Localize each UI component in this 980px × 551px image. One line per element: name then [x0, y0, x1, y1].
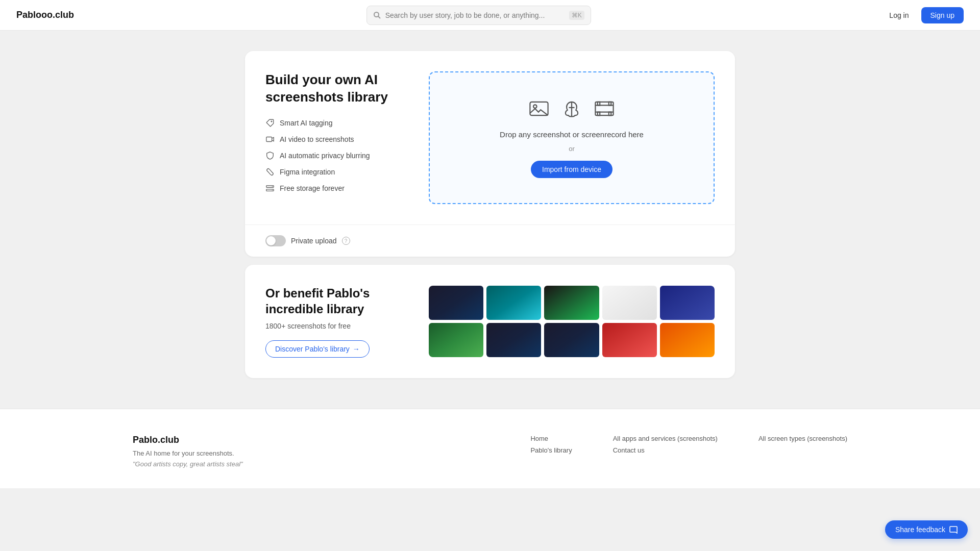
library-text: Or benefit Pablo's incredible library 18… — [265, 285, 408, 358]
link-icon — [265, 167, 275, 177]
footer-col-1: Home Pablo's library — [530, 435, 572, 458]
footer-links: Home Pablo's library All apps and servic… — [306, 435, 847, 458]
private-upload-label: Private upload — [291, 237, 337, 245]
screenshot-2 — [429, 323, 483, 357]
search-icon — [373, 11, 381, 19]
screenshot-8 — [602, 323, 657, 357]
import-from-device-button[interactable]: Import from device — [531, 161, 612, 178]
login-button[interactable]: Log in — [883, 8, 915, 22]
svg-rect-17 — [598, 112, 600, 116]
discover-arrow-icon: → — [353, 345, 360, 353]
drop-zone-icons — [528, 97, 616, 120]
feature-figma: Figma integration — [265, 167, 408, 177]
tag-icon — [265, 118, 275, 128]
search-shortcut: ⌘K — [569, 11, 584, 20]
screenshot-3 — [486, 286, 541, 320]
build-library-card: Build your own AI screenshots library Sm… — [245, 51, 735, 257]
feature-label: Free storage forever — [280, 184, 345, 192]
svg-rect-15 — [598, 102, 600, 106]
footer-link-all-screen-types[interactable]: All screen types (screenshots) — [758, 435, 847, 442]
drop-zone[interactable]: Drop any screenshot or screenrecord here… — [429, 71, 715, 204]
features-section: Build your own AI screenshots library Sm… — [265, 71, 408, 204]
private-upload-row: Private upload ? — [245, 224, 735, 257]
header: Pablooo.club ⌘K Log in Sign up — [0, 0, 980, 31]
footer-brand-name: Pablo.club — [133, 435, 276, 445]
footer-link-all-apps[interactable]: All apps and services (screenshots) — [613, 435, 718, 442]
feature-label: Smart AI tagging — [280, 119, 333, 127]
svg-point-2 — [271, 121, 272, 122]
svg-rect-16 — [609, 102, 611, 106]
storage-icon — [265, 184, 275, 193]
library-title: Or benefit Pablo's incredible library — [265, 285, 408, 317]
screenshot-6 — [544, 323, 599, 357]
search-bar[interactable]: ⌘K — [366, 6, 591, 25]
private-upload-toggle[interactable] — [265, 235, 286, 246]
screenshots-mosaic — [429, 286, 715, 357]
footer-col-2: All apps and services (screenshots) Cont… — [613, 435, 718, 458]
svg-point-7 — [272, 189, 273, 190]
footer-quote: "Good artists copy, great artists steal" — [133, 460, 276, 468]
feature-label: AI video to screenshots — [280, 135, 354, 143]
svg-rect-18 — [609, 112, 611, 116]
message-icon — [949, 525, 958, 534]
feature-ai-privacy: AI automatic privacy blurring — [265, 151, 408, 160]
search-input[interactable] — [385, 11, 565, 19]
screenshot-10 — [660, 323, 715, 357]
screenshot-9 — [660, 286, 715, 320]
svg-point-0 — [374, 12, 379, 17]
svg-point-6 — [272, 186, 273, 186]
main-content: Build your own AI screenshots library Sm… — [235, 51, 745, 378]
footer-tagline: The AI home for your screenshots. — [133, 449, 276, 457]
discover-library-button[interactable]: Discover Pablo's library → — [265, 340, 370, 358]
library-count: 1800+ screenshots for free — [265, 322, 408, 330]
video-icon — [265, 135, 275, 144]
screenshot-7 — [602, 286, 657, 320]
footer-link-contact-us[interactable]: Contact us — [613, 446, 718, 454]
screenshot-1 — [429, 286, 483, 320]
footer-link-home[interactable]: Home — [530, 435, 572, 442]
svg-rect-3 — [266, 137, 272, 141]
image-icon — [528, 97, 550, 120]
pablo-library-card: Or benefit Pablo's incredible library 18… — [245, 265, 735, 378]
or-text: or — [569, 145, 575, 153]
film-icon — [593, 97, 616, 120]
svg-line-1 — [378, 16, 380, 18]
feature-storage: Free storage forever — [265, 184, 408, 193]
share-feedback-label: Share feedback — [895, 525, 945, 534]
share-feedback-button[interactable]: Share feedback — [885, 520, 968, 539]
logo: Pablooo.club — [16, 10, 74, 20]
screenshot-5 — [544, 286, 599, 320]
screenshot-4 — [486, 323, 541, 357]
footer: Pablo.club The AI home for your screensh… — [0, 409, 980, 488]
shield-icon — [265, 151, 275, 160]
footer-link-pablos-library[interactable]: Pablo's library — [530, 446, 572, 454]
feature-smart-ai: Smart AI tagging — [265, 118, 408, 128]
feature-label: Figma integration — [280, 168, 335, 176]
discover-label: Discover Pablo's library — [275, 345, 350, 353]
footer-brand: Pablo.club The AI home for your screensh… — [133, 435, 276, 468]
feature-ai-video: AI video to screenshots — [265, 135, 408, 144]
footer-col-3: All screen types (screenshots) — [758, 435, 847, 458]
svg-point-9 — [533, 105, 537, 108]
feature-label: AI automatic privacy blurring — [280, 152, 370, 160]
signup-button[interactable]: Sign up — [921, 7, 964, 23]
brain-icon — [560, 97, 583, 120]
help-icon[interactable]: ? — [342, 237, 350, 245]
header-actions: Log in Sign up — [883, 7, 964, 23]
card-title: Build your own AI screenshots library — [265, 71, 408, 106]
drop-text: Drop any screenshot or screenrecord here — [500, 130, 644, 139]
